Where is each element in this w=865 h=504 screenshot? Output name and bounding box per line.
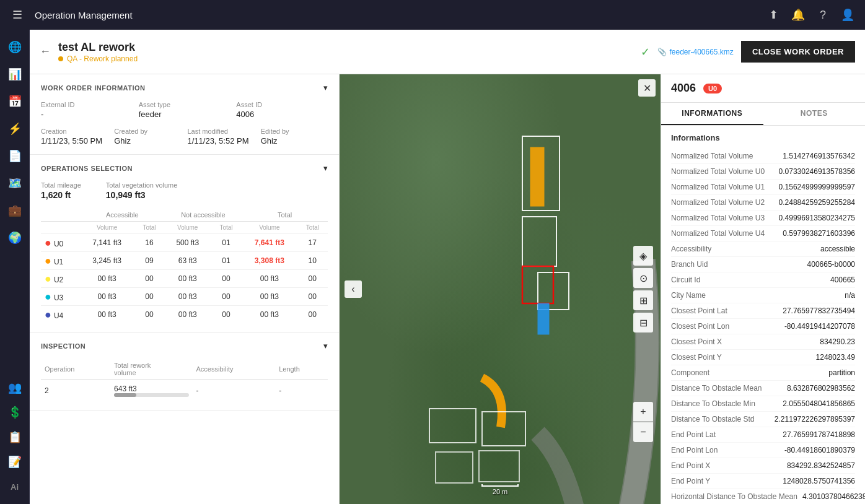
sidebar-item-list[interactable]: 📋 xyxy=(2,425,27,450)
status-text: QA - Rework planned xyxy=(67,54,138,63)
right-info-row: Closest Point Y 1248023.49 xyxy=(671,350,855,365)
col-header-accessible: Accessible xyxy=(80,209,165,222)
row-label-U2: ●U2 xyxy=(41,270,80,288)
map-layers-button[interactable]: ⊞ xyxy=(633,290,653,310)
info-row-value: 1248028.5750741356 xyxy=(783,477,855,485)
sidebar-item-filter[interactable]: ⚡ xyxy=(2,116,27,141)
info-row-value: partition xyxy=(828,368,855,377)
sidebar-item-globe[interactable]: 🌐 xyxy=(2,35,27,59)
col-sub-noacc-vol: Volume xyxy=(165,222,211,234)
right-info-row: End Point Lon -80.44918601890379 xyxy=(671,443,855,458)
map-zoom-out-button[interactable]: − xyxy=(633,422,653,442)
insp-length: - xyxy=(275,380,328,402)
bell-icon[interactable]: 🔔 xyxy=(791,7,806,22)
row-label-U0: ●U0 xyxy=(41,234,80,252)
right-info-row: Normalized Total Volume 1.51427469135763… xyxy=(671,149,855,164)
menu-icon[interactable]: ☰ xyxy=(10,7,25,22)
created-by-label: Created by xyxy=(114,128,181,135)
work-order-section-header[interactable]: WORK ORDER INFORMATION ▾ xyxy=(41,83,328,92)
inspection-section-header[interactable]: INSPECTION ▾ xyxy=(41,341,328,350)
help-icon[interactable]: ? xyxy=(815,7,830,22)
insp-col-operation: Operation xyxy=(41,359,110,380)
col-sub-acc-total: Total xyxy=(134,222,164,234)
volume-table-row: ●U2 00 ft3 00 00 ft3 00 00 ft3 00 xyxy=(41,270,328,288)
right-info-row: Closest Point X 834290.23 xyxy=(671,334,855,350)
map-area: ✕ ‹ ◈ ⊙ ⊞ ⊟ + − xyxy=(340,74,661,504)
map-close-button[interactable]: ✕ xyxy=(638,79,656,97)
row-label-U1: ●U1 xyxy=(41,252,80,270)
info-row-value: 1.5142746913576342 xyxy=(783,152,855,160)
work-order-info-grid: External ID - Asset type feeder Asset ID… xyxy=(41,101,328,119)
nav-actions: ⬆ 🔔 ? 👤 xyxy=(766,7,855,22)
work-order-section: WORK ORDER INFORMATION ▾ External ID - A… xyxy=(30,74,339,155)
info-row-label: End Point Lon xyxy=(671,446,718,454)
operations-section-header[interactable]: OPERATIONS SELECTION ▾ xyxy=(41,163,328,173)
created-by-field: Created by Ghiz xyxy=(114,128,181,146)
creation-value: 1/11/23, 5:50 PM xyxy=(41,136,102,146)
right-info-row: End Point Lat 27.765991787418898 xyxy=(671,427,855,443)
file-link[interactable]: 📎 feeder-400665.kmz xyxy=(657,48,733,56)
info-row-value: 27.765991787418898 xyxy=(783,430,855,439)
sidebar-item-ai[interactable]: Ai xyxy=(2,474,27,499)
map-prev-button[interactable]: ‹ xyxy=(345,280,362,298)
info-row-label: End Point Lat xyxy=(671,430,716,439)
progress-bar-fill xyxy=(114,393,136,397)
map-location-button[interactable]: ⊙ xyxy=(633,268,653,288)
info-row-value: 0.5979938271603396 xyxy=(783,229,855,238)
info-row-label: City Name xyxy=(671,291,706,300)
sidebar-item-bag[interactable]: 💼 xyxy=(2,198,27,223)
row-noacc-vol-U4: 00 ft3 xyxy=(165,306,211,324)
row-tot-count-U4: 00 xyxy=(297,306,328,324)
info-row-label: Closest Point Y xyxy=(671,353,722,362)
sidebar-item-document[interactable]: 📄 xyxy=(2,144,27,168)
sidebar-item-people[interactable]: 👥 xyxy=(2,375,27,400)
tab-notes[interactable]: NOTES xyxy=(763,103,866,125)
volume-table-row: ●U1 3,245 ft3 09 63 ft3 01 3,308 ft3 10 xyxy=(41,252,328,270)
info-row-label: Closest Point Lon xyxy=(671,322,729,331)
external-id-field: External ID - xyxy=(41,101,133,119)
file-name: feeder-400665.kmz xyxy=(669,48,733,56)
back-button[interactable]: ← xyxy=(40,45,51,58)
app-layout: 🌐 📊 📅 ⚡ 📄 🗺️ 💼 🌍 👥 💲 📋 📝 Ai ← test AL re… xyxy=(0,30,865,504)
info-row-label: Normalized Total Volume U1 xyxy=(671,183,765,191)
info-row-value: -80.44919414207078 xyxy=(784,322,855,331)
sub-header: ← test AL rework QA - Rework planned ✓ 📎… xyxy=(30,30,865,74)
upload-icon[interactable]: ⬆ xyxy=(766,7,781,22)
right-info-row: Normalized Total Volume U1 0.15624999999… xyxy=(671,180,855,195)
sidebar-item-chart[interactable]: 📊 xyxy=(2,62,27,87)
total-mileage-label: Total mileage xyxy=(41,181,81,189)
sidebar-item-dollar[interactable]: 💲 xyxy=(2,400,27,425)
info-row-value: 27.765977832735494 xyxy=(783,306,855,315)
sidebar-bottom: 👥 💲 📋 📝 Ai xyxy=(2,375,27,499)
row-acc-total-U1: 09 xyxy=(134,252,164,270)
scale-bar xyxy=(481,484,519,487)
main-content: ← test AL rework QA - Rework planned ✓ 📎… xyxy=(30,30,865,504)
stats-row: Total mileage 1,620 ft Total vegetation … xyxy=(41,181,328,200)
map-grid-button[interactable]: ⊟ xyxy=(633,313,653,332)
info-row-label: Normalized Total Volume U3 xyxy=(671,214,765,222)
last-modified-value: 1/11/23, 5:52 PM xyxy=(188,136,249,146)
sidebar-item-calendar[interactable]: 📅 xyxy=(2,89,27,114)
info-row-label: Closest Point X xyxy=(671,337,722,346)
sidebar-item-globe2[interactable]: 🌍 xyxy=(2,225,27,250)
last-modified-field: Last modified 1/11/23, 5:52 PM xyxy=(188,128,255,146)
map-zoom-in-button[interactable]: + xyxy=(633,402,653,422)
row-acc-total-U0: 16 xyxy=(134,234,164,252)
volume-table-row: ●U3 00 ft3 00 00 ft3 00 00 ft3 00 xyxy=(41,288,328,306)
row-tot-count-U1: 10 xyxy=(297,252,328,270)
info-row-value: 2.0555048041856865 xyxy=(783,399,855,408)
sidebar-item-clipboard[interactable]: 📝 xyxy=(2,450,27,474)
close-work-order-button[interactable]: CLOSE WORK ORDER xyxy=(741,41,855,63)
user-icon[interactable]: 👤 xyxy=(840,7,855,22)
tab-informations[interactable]: INFORMATIONS xyxy=(661,103,763,125)
sidebar-item-map[interactable]: 🗺️ xyxy=(2,171,27,196)
row-tot-vol-U2: 00 ft3 xyxy=(242,270,297,288)
asset-id-field: Asset ID 4006 xyxy=(236,101,328,119)
map-compass-button[interactable]: ◈ xyxy=(633,246,653,266)
row-tot-vol-U1: 3,308 ft3 xyxy=(242,252,297,270)
info-row-value: 834292.8342524857 xyxy=(787,461,855,470)
right-info-row: City Name n/a xyxy=(671,288,855,303)
right-info-row: Component partition xyxy=(671,365,855,381)
right-info-rows: Normalized Total Volume 1.51427469135763… xyxy=(671,149,855,504)
external-id-label: External ID xyxy=(41,101,133,108)
